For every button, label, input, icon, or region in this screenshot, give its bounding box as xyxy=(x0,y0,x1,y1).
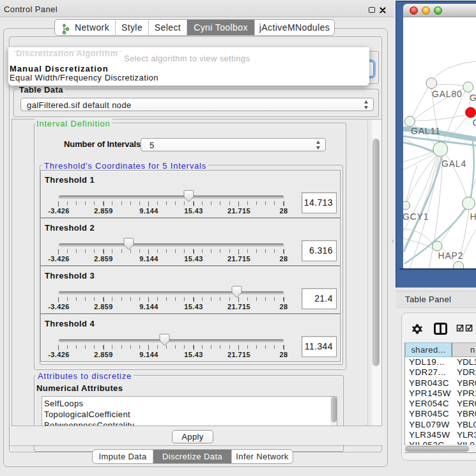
svg-text:GA: GA xyxy=(470,93,476,103)
svg-text:GAL4: GAL4 xyxy=(441,158,466,169)
svg-text:GCY1: GCY1 xyxy=(403,211,429,222)
svg-text:H: H xyxy=(470,211,476,222)
svg-text:HAP2: HAP2 xyxy=(438,250,464,261)
svg-text:C: C xyxy=(473,118,476,128)
svg-text:GAL11: GAL11 xyxy=(411,126,441,136)
svg-text:GAL80: GAL80 xyxy=(432,89,463,99)
